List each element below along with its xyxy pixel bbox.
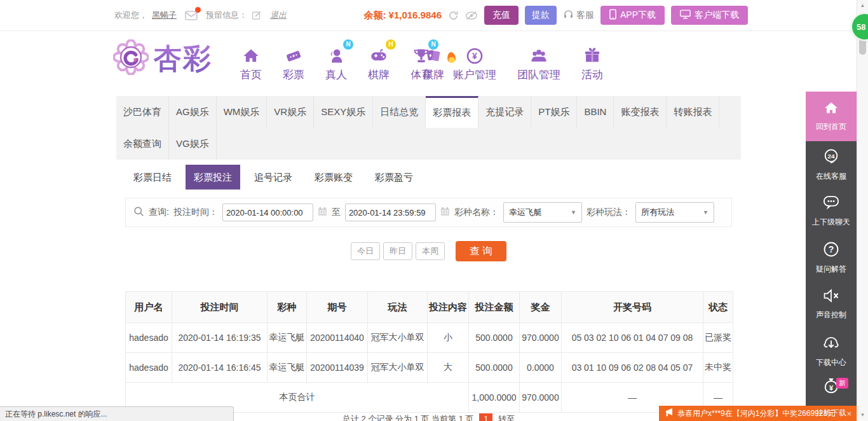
tab-vg[interactable]: VG娱乐 [169,128,217,160]
this-week-button[interactable]: 本周 [416,242,445,260]
sidebar-item-download-center[interactable]: 下载中心 [806,328,857,374]
monitor-icon [680,10,691,21]
nav-item-home[interactable]: 首页 [239,42,263,82]
column-header: 奖金 [520,292,562,323]
logo-text: 杏彩 [154,40,212,78]
username-link[interactable]: 黑蝎子 [152,10,177,21]
recharge-button[interactable]: 充值 [484,6,519,25]
new-badge: 新 [836,378,848,389]
ticket-icon [283,42,304,65]
reserved-info-label: 预留信息： [206,10,247,21]
app-download-label: APP下载 [620,10,656,21]
scroll-down-icon[interactable]: ▼ [857,412,868,418]
subtab-lottery-account-change[interactable]: 彩票账变 [306,165,361,190]
tab-sexy[interactable]: SEXY娱乐 [314,96,373,128]
nav-item-team[interactable]: 团队管理 [516,42,562,82]
nav-item-egames[interactable]: H 棋牌 [367,42,391,82]
customer-service-label: 客服 [576,10,594,21]
cell-bet-time: 2020-01-14 16:16:45 [172,353,268,383]
tab-balance-query[interactable]: 余额查询 [116,128,169,160]
play-type-label: 彩种玩法： [587,207,631,218]
search-button[interactable]: 查 询 [456,241,506,261]
nav-item-boardgames[interactable]: 棋牌 [421,42,445,82]
hide-balance-icon[interactable] [465,11,478,20]
nav-item-activity[interactable]: 活动 [580,42,604,82]
mute-speaker-icon [822,287,840,306]
calendar-icon[interactable] [440,207,450,218]
sidebar-item-label: 疑问解答 [816,264,846,275]
calendar-icon[interactable] [318,207,327,218]
tab-vr[interactable]: VR娱乐 [267,96,314,128]
account-actions: 余额: ¥1,016.9846 充值 提款 客服 APP下载 客户端下载 [363,6,748,25]
page-number-button[interactable]: 1 [479,413,492,421]
cell-username: hadesado [126,353,172,383]
sidebar-item-hangup-download-label[interactable]: 挂机下载 [806,408,857,418]
sidebar-item-back-home[interactable]: 回到首页 [806,92,857,141]
cloud-download-icon [822,334,840,354]
cell-content: 大 [428,353,469,383]
cell-lottery: 幸运飞艇 [268,323,307,353]
chevron-down-icon: ▼ [703,209,709,216]
edit-icon[interactable] [252,10,262,20]
site-logo[interactable]: 杏彩 [113,39,212,78]
tab-deposit-withdraw[interactable]: 充提记录 [478,96,531,128]
search-icon [133,206,144,219]
sidebar-item-online-service[interactable]: 24 在线客服 [806,141,857,188]
client-download-button[interactable]: 客户端下载 [671,6,748,25]
page-scrollbar[interactable]: ▲ ▼ [857,0,868,421]
tab-lottery-report[interactable]: 彩票报表 [426,96,478,128]
cell-prize: 0.0000 [520,353,562,383]
sidebar-item-sound[interactable]: 声音控制 [806,281,857,328]
client-download-label: 客户端下载 [695,10,739,21]
logout-link[interactable]: 退出 [270,10,287,21]
bet-time-to-input[interactable] [345,204,436,221]
nav-item-lottery[interactable]: 彩票 [281,42,306,82]
subtab-lottery-profit[interactable]: 彩票盈亏 [367,165,421,190]
cell-numbers: 03 01 10 09 06 02 08 04 05 07 [562,353,703,383]
sidebar-item-label: 声音控制 [816,310,846,321]
lottery-name-select[interactable]: 幸运飞艇 ▼ [503,202,582,223]
play-type-select[interactable]: 所有玩法 ▼ [635,202,714,223]
status-badge: 已派奖 [703,323,733,353]
subtab-lottery-bets[interactable]: 彩票投注 [186,165,240,190]
today-button[interactable]: 今日 [351,242,380,260]
column-header: 投注金额 [469,292,520,323]
customer-service-link[interactable]: 客服 [563,9,594,22]
bet-time-from-input[interactable] [222,204,313,221]
tab-transfer-report[interactable]: 转账报表 [667,96,719,128]
tab-daily-summary[interactable]: 日结总览 [373,96,426,128]
scroll-up-icon[interactable]: ▲ [857,3,868,8]
tab-pt[interactable]: PT娱乐 [531,96,577,128]
subtab-chase-records[interactable]: 追号记录 [246,165,301,190]
table-header-row: 用户名 投注时间 彩种 期号 玩法 投注内容 投注金额 奖金 开奖号码 状态 [126,292,733,323]
nav-label: 彩票 [283,67,304,82]
sidebar-item-faq[interactable]: ? 疑问解答 [806,235,857,281]
chevron-down-icon: ▼ [571,209,576,216]
refresh-icon[interactable] [448,10,459,21]
svg-text:24: 24 [827,152,835,159]
subtab-lottery-daily[interactable]: 彩票日结 [125,165,180,190]
tab-ag[interactable]: AG娱乐 [169,96,217,128]
sidebar-item-hangup-download[interactable]: ¥ [806,374,857,406]
mail-icon[interactable] [185,10,198,20]
tab-wm[interactable]: WM娱乐 [217,96,268,128]
column-header: 投注时间 [172,292,268,323]
app-download-button[interactable]: APP下载 [600,6,665,25]
cell-play: 冠军大小单双 [368,323,428,353]
tab-account-change[interactable]: 账变报表 [614,96,667,128]
withdraw-button[interactable]: 提款 [525,6,557,25]
tab-bbin[interactable]: BBIN [577,96,614,128]
sidebar-item-chat[interactable]: 上下级聊天 [806,188,857,234]
nav-item-live[interactable]: N 真人 [324,42,348,82]
tab-shaba-sports[interactable]: 沙巴体育 [116,96,169,128]
yesterday-button[interactable]: 昨日 [383,242,412,260]
nav-label: 真人 [325,67,347,82]
team-icon [517,42,560,65]
play-type-value: 所有玩法 [641,207,674,218]
nav-item-account[interactable]: ¥ 账户管理 [452,42,498,82]
table-row: hadesado 2020-01-14 16:19:35 幸运飞艇 202001… [126,323,733,353]
cell-amount: 500.0000 [469,323,520,353]
nav-label: 棋牌 [423,67,444,82]
balance-text: 余额: ¥1,016.9846 [363,10,442,22]
cell-play: 冠军大小单双 [368,353,428,383]
